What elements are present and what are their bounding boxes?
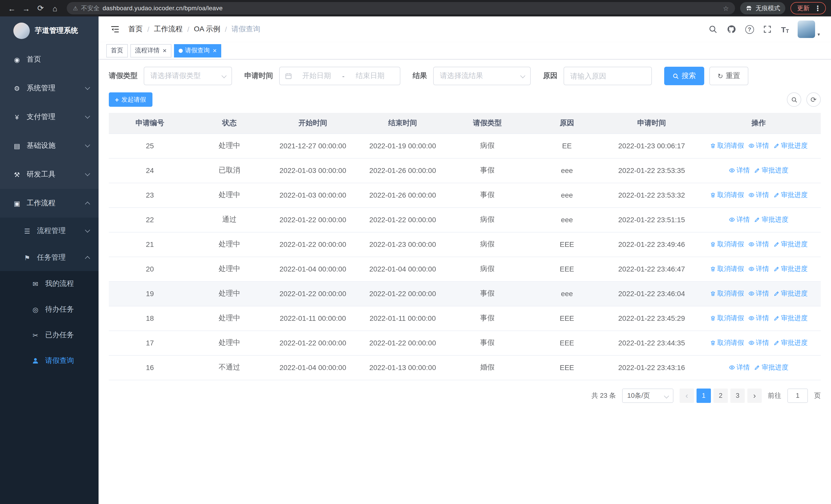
sidebar-item-workflow[interactable]: ▣工作流程 (0, 189, 98, 217)
breadcrumb: 首页/工作流程/OA 示例/请假查询 (128, 25, 700, 34)
browser-update-button[interactable]: 更新 ⋮ (791, 2, 826, 14)
browser-forward-button[interactable]: → (20, 2, 33, 15)
close-icon[interactable]: × (213, 47, 217, 54)
cell-reason: EEE (527, 257, 607, 281)
pagination-total: 共 23 条 (592, 391, 616, 400)
approval-progress-link[interactable]: 审批进度 (754, 215, 789, 224)
pagination-prev-button[interactable]: ‹ (680, 388, 694, 403)
pagination-page-3[interactable]: 3 (730, 388, 745, 403)
table-row: 18处理中2022-01-11 00:00:002022-01-11 00:00… (109, 306, 821, 330)
page-size-select[interactable]: 10条/页 (622, 388, 674, 403)
refresh-icon: ↻ (718, 72, 723, 80)
github-icon[interactable] (727, 24, 737, 34)
column-header: 申请时间 (607, 113, 696, 134)
apply-time-range-picker[interactable]: 开始日期 - 结束日期 (279, 67, 400, 85)
detail-link[interactable]: 详情 (748, 141, 769, 150)
refresh-table-button[interactable]: ⟳ (806, 92, 821, 107)
tab-home[interactable]: 首页 (106, 44, 128, 57)
incognito-badge: 无痕模式 (740, 2, 785, 14)
incognito-icon (745, 5, 752, 12)
sidebar-item-leave-query[interactable]: 请假查询 (0, 348, 98, 374)
cancel-leave-link[interactable]: 取消请假 (710, 314, 744, 323)
detail-link[interactable]: 详情 (748, 240, 769, 249)
warning-icon: ⚠ (73, 5, 78, 11)
toggle-search-button[interactable] (787, 92, 801, 107)
detail-link[interactable]: 详情 (748, 289, 769, 298)
detail-link[interactable]: 详情 (748, 338, 769, 348)
sidebar-item-home[interactable]: ◉首页 (0, 45, 98, 74)
chevron-down-icon (85, 114, 90, 119)
result-select[interactable]: 请选择流结果 (433, 67, 531, 85)
browser-back-button[interactable]: ← (5, 2, 19, 15)
detail-link[interactable]: 详情 (748, 264, 769, 273)
edit-icon (773, 241, 779, 247)
search-button[interactable]: 搜索 (664, 67, 704, 85)
edit-icon (773, 143, 779, 149)
sidebar-item-label: 已办任务 (45, 330, 74, 340)
tab-process-detail[interactable]: 流程详情× (131, 44, 171, 57)
cancel-leave-link[interactable]: 取消请假 (710, 240, 744, 249)
breadcrumb-separator: / (147, 25, 149, 33)
create-leave-button[interactable]: + 发起请假 (109, 92, 152, 107)
cell-status: 处理中 (191, 232, 268, 257)
approval-progress-link[interactable]: 审批进度 (773, 264, 808, 273)
breadcrumb-item-oa-example[interactable]: OA 示例 (194, 25, 221, 34)
cancel-leave-link[interactable]: 取消请假 (710, 289, 744, 298)
sidebar-item-payment-management[interactable]: ¥支付管理 (0, 102, 98, 131)
detail-link[interactable]: 详情 (748, 190, 769, 200)
approval-progress-link[interactable]: 审批进度 (754, 166, 789, 175)
cell-status: 处理中 (191, 257, 268, 281)
sidebar-item-dev-tools[interactable]: ⚒研发工具 (0, 160, 98, 189)
font-size-icon[interactable]: TT (781, 25, 789, 34)
approval-progress-link[interactable]: 审批进度 (773, 190, 808, 200)
search-icon[interactable] (708, 24, 718, 34)
tab-leave-query[interactable]: 请假查询× (174, 44, 221, 57)
cell-start: 2022-01-03 00:00:00 (268, 183, 358, 207)
approval-progress-link[interactable]: 审批进度 (773, 289, 808, 298)
user-menu[interactable]: ▼ (798, 21, 821, 38)
pagination-page-2[interactable]: 2 (713, 388, 728, 403)
app-logo[interactable]: 芋道管理系统 (0, 17, 98, 45)
approval-progress-link[interactable]: 审批进度 (773, 314, 808, 323)
approval-progress-link[interactable]: 审批进度 (773, 240, 808, 249)
cancel-leave-link[interactable]: 取消请假 (710, 338, 744, 348)
sidebar-item-infrastructure[interactable]: ▤基础设施 (0, 131, 98, 160)
detail-link[interactable]: 详情 (729, 363, 750, 372)
cell-id: 20 (109, 257, 191, 281)
approval-progress-link[interactable]: 审批进度 (773, 338, 808, 348)
cancel-leave-link[interactable]: 取消请假 (710, 141, 744, 150)
detail-link[interactable]: 详情 (748, 314, 769, 323)
browser-reload-button[interactable]: ⟳ (34, 2, 47, 15)
help-icon[interactable]: ? (745, 25, 754, 34)
detail-link[interactable]: 详情 (729, 215, 750, 224)
sidebar-item-task-management[interactable]: ⚑任务管理 (0, 244, 98, 271)
reset-button[interactable]: ↻ 重置 (709, 67, 748, 85)
goto-page-input[interactable] (787, 388, 808, 403)
pagination-page-1[interactable]: 1 (696, 388, 711, 403)
bookmark-star-icon[interactable]: ☆ (723, 4, 729, 12)
fullscreen-icon[interactable] (763, 24, 773, 34)
leave-type-select[interactable]: 请选择请假类型 (144, 67, 232, 85)
cancel-leave-link[interactable]: 取消请假 (710, 264, 744, 273)
detail-link[interactable]: 详情 (729, 166, 750, 175)
sidebar-item-my-processes[interactable]: ✉我的流程 (0, 271, 98, 297)
cell-id: 19 (109, 281, 191, 306)
browser-menu-icon[interactable]: ⋮ (814, 4, 821, 12)
reason-input[interactable] (564, 67, 652, 85)
address-bar[interactable]: ⚠ 不安全 dashboard.yudao.iocoder.cn/bpm/oa/… (67, 2, 735, 14)
browser-home-button[interactable]: ⌂ (48, 2, 62, 15)
approval-progress-link[interactable]: 审批进度 (773, 141, 808, 150)
cancel-leave-link[interactable]: 取消请假 (710, 190, 744, 200)
sidebar-collapse-icon[interactable] (110, 24, 120, 34)
breadcrumb-item-home[interactable]: 首页 (128, 25, 143, 34)
filter-form: 请假类型 请选择请假类型 申请时间 开始日期 (109, 67, 821, 85)
breadcrumb-item-workflow[interactable]: 工作流程 (154, 25, 183, 34)
sidebar-item-todo-tasks[interactable]: ◎待办任务 (0, 297, 98, 322)
sidebar-item-process-management[interactable]: ☰流程管理 (0, 217, 98, 244)
cell-actions: 详情审批进度 (696, 355, 821, 380)
approval-progress-link[interactable]: 审批进度 (754, 363, 789, 372)
sidebar-item-done-tasks[interactable]: ✂已办任务 (0, 322, 98, 348)
pagination-next-button[interactable]: › (747, 388, 762, 403)
sidebar-item-system-management[interactable]: ⚙系统管理 (0, 74, 98, 102)
close-icon[interactable]: × (163, 47, 167, 54)
